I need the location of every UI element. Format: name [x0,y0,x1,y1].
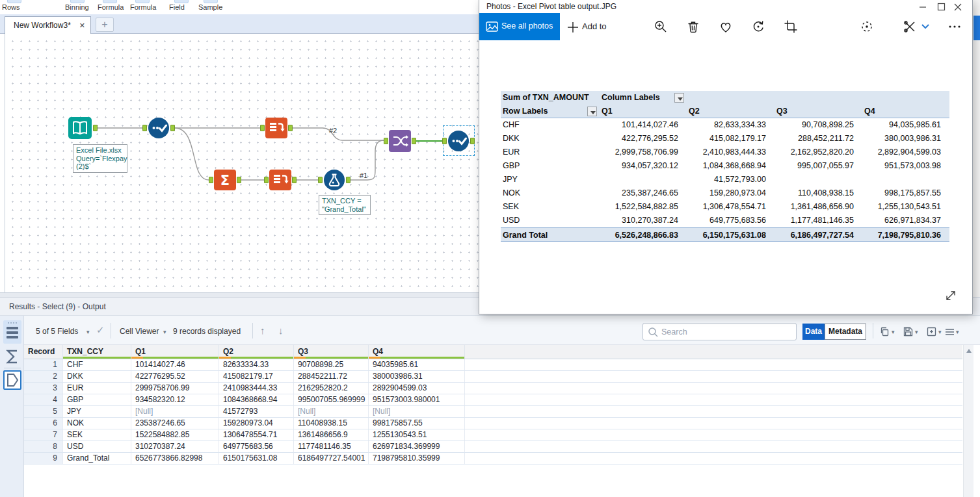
data-cell[interactable]: 649775683.56 [219,441,294,452]
data-cell[interactable]: 310270387.24 [131,441,219,452]
workflow-tab[interactable]: New Workflow3* ✕ [5,16,91,34]
data-cell[interactable]: DKK [63,371,131,382]
input-anchor[interactable] [260,125,265,131]
new-tab-button[interactable]: + [96,18,114,32]
fields-dropdown[interactable]: 5 of 5 Fields [36,327,78,336]
data-cell[interactable]: 380003986.31 [369,371,465,382]
data-cell[interactable]: 235387246.65 [131,418,219,429]
output-anchor[interactable] [288,125,293,131]
palette-tool-label[interactable]: Sample [198,3,222,11]
output-anchor[interactable] [412,138,416,144]
data-cell[interactable]: JPY [63,406,131,417]
data-cell[interactable]: 1177481146.35 [294,441,369,452]
data-cell[interactable]: CHF [63,359,131,370]
palette-tool-label[interactable]: Formula [130,3,156,11]
annotation-formula[interactable]: TXN_CCY = "Grand_Total" [319,195,371,215]
input-anchor[interactable] [384,138,388,144]
see-more-icon[interactable] [947,19,963,34]
record-number-cell[interactable]: 4 [24,394,63,405]
see-all-photos-button[interactable]: See all photos [479,13,560,40]
palette-tool-label[interactable]: Rows [2,3,20,11]
data-cell[interactable]: 1084368668.94 [219,394,294,405]
union-tool[interactable] [389,130,411,152]
select-tool-output[interactable] [447,130,470,152]
wire-select-summarize[interactable] [175,128,209,180]
record-number-cell[interactable]: 1 [24,359,63,370]
metadata-tab-button[interactable]: Metadata [825,324,866,340]
resize-diagonal-icon[interactable] [944,288,958,303]
data-cell[interactable]: USD [63,441,131,452]
column-header[interactable]: Record [24,345,63,359]
search-input[interactable] [660,324,790,339]
column-header[interactable]: Q3 [294,345,369,359]
annotation-input[interactable]: Excel File.xlsx Query=`Flexpay (2)$` [73,144,127,173]
data-cell[interactable]: Grand_Total [63,453,131,464]
crosstab-tool-bottom[interactable] [269,170,291,190]
record-number-cell[interactable]: 8 [24,441,63,452]
data-cell[interactable]: 995007055.969999 [294,394,369,405]
data-cell[interactable]: NOK [63,418,131,429]
data-cell[interactable]: [Null] [294,406,369,417]
data-cell[interactable]: 6150175631.08 [219,453,294,464]
table-row[interactable]: 6NOK235387246.65159280973.04110408938.15… [24,418,962,429]
data-cell[interactable]: SEK [63,429,131,440]
crop-icon[interactable] [784,19,798,34]
data-cell[interactable]: 110408938.15 [294,418,369,429]
data-cell[interactable]: 2410983444.33 [219,383,294,394]
output-anchor[interactable] [237,177,241,183]
input-data-tool[interactable] [68,117,92,139]
data-cell[interactable]: EUR [63,383,131,394]
record-number-cell[interactable]: 5 [24,406,63,417]
maximize-button[interactable] [933,0,949,14]
table-row[interactable]: 1CHF101414027.4682633334.3390708898.2594… [24,359,962,371]
table-row[interactable]: 3EUR2999758706.992410983444.332162952820… [24,383,962,394]
data-cell[interactable]: 7198795810.35999 [369,453,465,464]
caret-icon[interactable]: ▾ [163,329,166,335]
copy-icon[interactable] [879,326,890,337]
add-to-button[interactable]: Add to [564,17,624,38]
input-anchor[interactable] [142,125,147,131]
data-cell[interactable]: 6526773866.82998 [131,453,219,464]
palette-tool-label[interactable]: Field [169,3,185,11]
delete-icon[interactable] [686,19,700,34]
search-box[interactable] [642,323,797,340]
output-anchor[interactable] [93,125,98,131]
chevron-down-icon[interactable] [921,23,930,30]
wire-crosstab1-union[interactable] [293,128,384,140]
close-button[interactable] [950,0,966,14]
column-header[interactable]: Q1 [131,345,219,359]
formula-tool[interactable] [323,169,345,191]
tab-close-icon[interactable]: ✕ [79,17,85,34]
new-window-icon[interactable] [926,326,937,337]
palette-tool-label[interactable]: Binning [65,3,89,11]
column-header[interactable]: TXN_CCY [63,345,131,359]
data-cell[interactable]: 2999758706.99 [131,383,219,394]
summarize-tool[interactable]: Σ [214,170,236,190]
input-anchor[interactable] [442,138,447,144]
data-cell[interactable]: 41572793 [219,406,294,417]
column-header[interactable]: Q4 [369,345,465,359]
output-anchor-button[interactable] [3,370,21,390]
data-cell[interactable]: 934582320.12 [131,394,219,405]
workflow-canvas[interactable]: Σ Excel File.xlsx Query=`Flexpa [5,34,479,292]
table-row[interactable]: 5JPY[Null]41572793[Null][Null] [24,406,962,418]
apply-check-icon[interactable]: ✓ [96,324,105,336]
table-row[interactable]: 8USD310270387.24649775683.561177481146.3… [24,441,962,453]
data-tab-button[interactable]: Data [802,324,825,340]
output-anchor[interactable] [292,177,297,183]
output-anchor[interactable] [170,125,175,131]
input-anchor-button[interactable] [3,349,21,364]
data-cell[interactable]: 159280973.04 [219,418,294,429]
palette-tool-label[interactable]: Formula [98,3,124,11]
record-number-cell[interactable]: 3 [24,383,63,394]
edit-create-icon[interactable] [903,19,917,34]
scroll-down-button[interactable]: ↓ [278,325,284,336]
data-cell[interactable]: GBP [63,394,131,405]
favorite-heart-icon[interactable] [719,19,733,34]
input-anchor[interactable] [209,177,213,183]
save-icon[interactable] [903,326,914,337]
input-anchor[interactable] [264,177,269,183]
spot-fix-icon[interactable] [860,19,874,34]
output-anchor[interactable] [470,138,475,144]
record-number-cell[interactable]: 7 [24,429,63,440]
